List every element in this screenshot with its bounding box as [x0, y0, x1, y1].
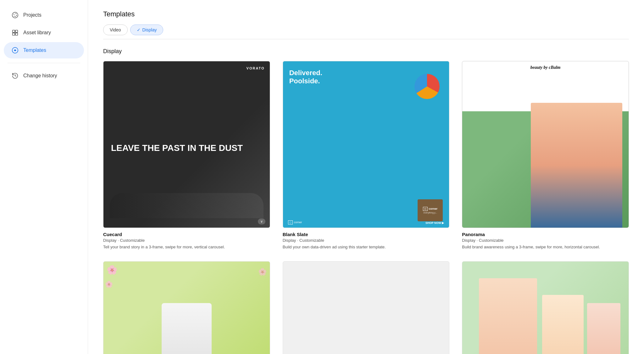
template-meta-blank-slate: Display · Customizable [283, 238, 450, 243]
pan-brand: beauty by cBalm [462, 65, 629, 70]
svg-point-3 [16, 15, 17, 16]
template-card-before-after[interactable]: VORATO DRIVE NOW Before and After Displa… [283, 261, 450, 354]
template-card-blank-slate[interactable]: Delivered.Poolside. ◻ corner everything … [283, 61, 450, 250]
bs-shopnow: SHOP NOW ▶ [425, 221, 444, 224]
template-desc-cuecard: Tell your brand story in a 3-frame, swip… [103, 244, 270, 250]
svg-point-4 [15, 16, 16, 17]
svg-point-0 [12, 12, 18, 18]
car-bg [110, 193, 264, 218]
gal-product3 [587, 303, 620, 354]
svg-point-2 [15, 13, 16, 14]
sidebar-item-asset-library-label: Asset library [23, 30, 51, 36]
scroll-indicator: ∨ [258, 218, 265, 224]
sidebar-item-change-history[interactable]: Change history [4, 68, 84, 84]
sidebar-item-templates-label: Templates [23, 47, 46, 53]
tab-display[interactable]: ✓ Display [130, 25, 164, 35]
sc-petal2: 🌸 [105, 280, 113, 288]
template-meta-cuecard: Display · Customizable [103, 238, 270, 243]
main-content: Templates Video ✓ Display Display VORATO… [88, 0, 644, 354]
svg-rect-8 [13, 33, 15, 35]
thumbnail-before-after: VORATO DRIVE NOW [283, 261, 450, 354]
thumbnail-blank-slate: Delivered.Poolside. ◻ corner everything … [283, 61, 450, 228]
svg-point-1 [14, 14, 14, 15]
palette-icon [11, 11, 19, 19]
tab-bar: Video ✓ Display [103, 25, 629, 39]
thumbnail-panorama: beauty by cBalm [462, 61, 629, 228]
sidebar-item-change-history-label: Change history [23, 73, 57, 79]
beach-ball [414, 74, 440, 99]
thumbnail-cuecard: VORATO LEAVE THE PAST IN THE DUST ∨ [103, 61, 270, 228]
asset-library-icon [11, 29, 19, 36]
thumbnail-scratch: 🌸 🌸 🌸 cBalm SHOP NOW ✋ SCRATCH OFF [103, 261, 270, 354]
svg-rect-9 [15, 33, 18, 35]
sidebar-item-projects[interactable]: Projects [4, 7, 84, 23]
gal-product1 [479, 278, 537, 354]
tab-video-label: Video [110, 27, 121, 32]
template-card-cuecard[interactable]: VORATO LEAVE THE PAST IN THE DUST ∨ Cuec… [103, 61, 270, 250]
sidebar-divider [8, 63, 80, 63]
sidebar-item-templates[interactable]: Templates [4, 42, 84, 58]
tab-display-label: Display [142, 27, 157, 32]
sidebar-item-asset-library[interactable]: Asset library [4, 25, 84, 41]
cuecard-headline: LEAVE THE PAST IN THE DUST [111, 143, 243, 153]
thumbnail-gallery: cBalm SHOP NOW [462, 261, 629, 354]
change-history-icon [11, 72, 19, 80]
sidebar: Projects Asset library Templates [0, 0, 88, 354]
svg-rect-7 [15, 30, 18, 32]
template-card-gallery[interactable]: cBalm SHOP NOW Gallery with Blinds Trans… [462, 261, 629, 354]
check-icon: ✓ [137, 27, 141, 32]
sc-petal3: 🌸 [258, 268, 267, 276]
bs-corner-logo: ◻ corner [288, 220, 302, 224]
page-title: Templates [103, 10, 629, 18]
tab-video[interactable]: Video [103, 25, 128, 35]
svg-point-5 [14, 16, 15, 17]
pan-person [531, 103, 622, 228]
sc-petal1: 🌸 [107, 265, 118, 275]
template-name-cuecard: Cuecard [103, 232, 270, 237]
template-desc-panorama: Build brand awareness using a 3-frame, s… [462, 244, 629, 250]
sc-bottle [162, 303, 212, 354]
template-card-scratch[interactable]: 🌸 🌸 🌸 cBalm SHOP NOW ✋ SCRATCH OFF Scrat… [103, 261, 270, 354]
template-desc-blank-slate: Build your own data-driven ad using this… [283, 244, 450, 250]
templates-icon [11, 47, 19, 54]
sidebar-item-projects-label: Projects [23, 12, 42, 18]
bs-headline: Delivered.Poolside. [289, 69, 322, 86]
template-name-blank-slate: Blank Slate [283, 232, 450, 237]
template-name-panorama: Panorama [462, 232, 629, 237]
gal-product2 [542, 295, 584, 354]
template-card-panorama[interactable]: beauty by cBalm Panorama Display · Custo… [462, 61, 629, 250]
templates-grid: VORATO LEAVE THE PAST IN THE DUST ∨ Cuec… [103, 61, 629, 354]
section-title: Display [103, 48, 629, 55]
corner-box: ◻ corner everything y... [418, 199, 443, 221]
template-meta-panorama: Display · Customizable [462, 238, 629, 243]
svg-rect-6 [13, 30, 15, 32]
brand-vorato: VORATO [247, 66, 265, 70]
